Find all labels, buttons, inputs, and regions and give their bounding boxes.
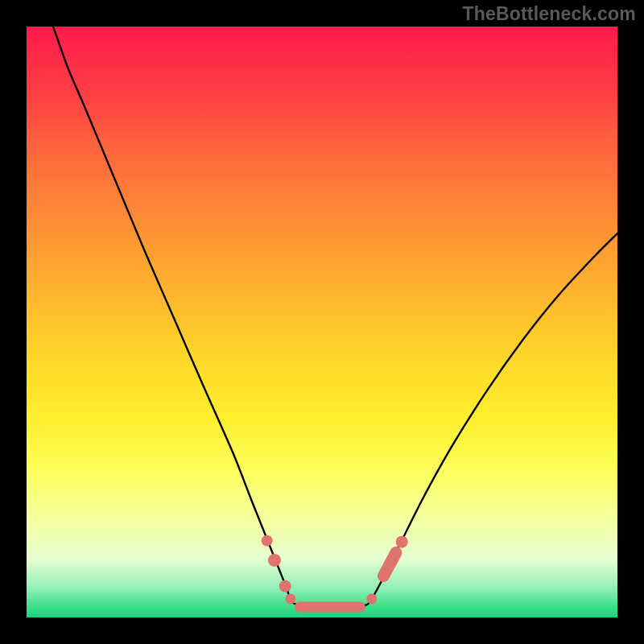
curve-marker-dot	[285, 593, 295, 604]
curve-markers	[27, 27, 617, 617]
plot-area	[27, 27, 617, 617]
curve-marker-dot	[279, 580, 291, 592]
chart-canvas: TheBottleneck.com	[0, 0, 644, 644]
curve-marker-capsule	[294, 601, 365, 612]
curve-marker-dot	[261, 535, 273, 547]
watermark-text: TheBottleneck.com	[462, 3, 636, 25]
curve-marker-capsule	[376, 544, 404, 584]
curve-marker-dot	[268, 554, 281, 567]
curve-marker-dot	[396, 536, 408, 548]
curve-marker-dot	[366, 593, 377, 604]
